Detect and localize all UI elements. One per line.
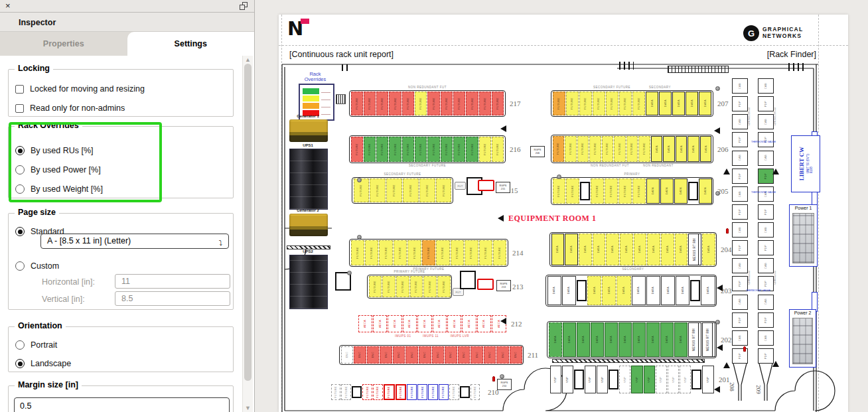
rack-cell: CAB [758,151,774,166]
rack-row: FUTUREFUTUREFUTUREFUTUREFUTUREFUTUREFUTU… [349,135,506,163]
rack-cell: FUTURE [354,178,370,202]
rack-cell: FUTURE [389,137,401,162]
rack-cell: CAB [758,186,774,202]
rack-row-number: 211 [528,351,538,359]
room-label: EQUIPMENT ROOM 1 [508,214,596,224]
rack-cell: DATA [579,234,592,265]
custom-radio[interactable] [15,261,25,271]
restore-window-icon[interactable] [240,2,248,10]
margin-input[interactable] [14,397,230,412]
radio-label: By used Power [%] [31,165,101,174]
rack-cell: VSP [562,366,573,393]
rack-cell: AECA [388,315,401,332]
rack-cell: FUTURE [364,137,376,162]
radio-row[interactable]: By used RUs [%] [15,144,93,157]
rack-cell: ENC [470,346,483,364]
custom-radio-row[interactable]: Custom [15,259,59,273]
paper-size-select[interactable]: A - [8.5 x 11 in] (Letter) ⤵ [40,234,229,249]
rack-row-caption: PRIMARY FUTURE [367,270,452,274]
preview-canvas[interactable]: N G GRAPHICAL NETWORKS [Continuous rack … [255,0,868,412]
radio[interactable] [15,165,25,174]
rack-row: FUTUREFUTUREFUTUREFUTUREFUTUREFUTUREDATA… [551,177,713,205]
rack-cell: FUTURE [351,92,363,115]
scroll-up-icon[interactable]: ▲ [245,56,251,63]
tab-settings[interactable]: Settings [127,32,255,56]
rack-cell: DATA [620,234,633,265]
scrollbar-thumb[interactable] [244,64,252,381]
rack-cell: ENC [510,346,522,364]
generator-image [289,119,328,142]
rack-cell: DATA [618,322,632,357]
close-icon[interactable]: × [5,1,11,11]
legend-entry-label [321,90,330,93]
direction-arrow-icon [500,125,506,132]
rack-cell: FUTURE [396,384,407,400]
checkbox-row[interactable]: Locked for moving and resizing [15,82,145,96]
checkbox-label: Locked for moving and resizing [30,84,145,94]
ups-rack-image [289,149,328,210]
rack-cell: DATA [606,234,619,265]
rack-row-caption: SECONDARY FUTURE SECONDARY [551,86,713,90]
rack-cell: DATA [591,322,604,357]
radio-row[interactable]: Portrait [15,338,57,352]
legend-entry [303,88,330,94]
thermostat-gauge-label: THERMOSTAT GAUGE [746,289,770,292]
margin-guide-top [279,45,848,46]
rack-cell: FUTURE [437,276,451,297]
rack-cell: FUTURE [553,178,566,204]
legend-entry-label [321,98,330,100]
checkbox[interactable] [15,104,24,113]
checkbox-row[interactable]: Read only for non-admins [15,102,125,115]
rack-row-number: 216 [510,145,521,153]
scroll-down-icon[interactable]: ▼ [245,405,251,411]
radio[interactable] [15,146,25,155]
rack-cell: FUTURE [396,276,409,297]
rack-cell: PDP [758,312,774,328]
radio[interactable] [15,359,25,368]
panel-scrollbar[interactable]: ▲ ▼ [242,56,253,412]
panel-titlebar: × [0,0,254,13]
rack-cell: VSP [644,366,655,393]
rack-cell: ENC [393,346,405,364]
horizontal-input[interactable] [115,274,230,289]
rack-cell: CAB [732,186,748,202]
rack-cell: DATA [605,322,618,357]
rack-cell: CAB [758,222,774,238]
rack-row: VSPVSPVSPVSPVSPVSPVSPVSPVSPVSPVSP [549,365,715,394]
radio-label: By used Weight [%] [31,184,103,194]
rack-row-caption: NON REDUNDANT FUT [349,86,506,90]
rack-cell: VSP [619,366,630,393]
checkbox[interactable] [15,85,24,94]
rack-cell: AECA [403,315,417,332]
rack-cell [577,280,587,301]
fut-box: FUT [455,182,466,190]
rack-cell: FUTURE [364,92,376,115]
rack-row: DATADATADATADATADATADATADATADATADATADATA… [549,232,717,267]
rack-cell [460,386,470,397]
radio-row[interactable]: Landscape [15,357,71,370]
rack-cell: FUTURE [341,384,351,400]
rack-cell: CAB [758,295,774,310]
company-logo: N [287,17,314,42]
rack-cell: PDP [758,132,774,147]
radio[interactable] [15,184,25,194]
rack-cell: DATA [674,322,687,357]
rack-cell: AECA [433,315,447,332]
radio-row[interactable]: By used Weight [%] [15,182,103,196]
rack-cell: AECA [462,315,476,332]
rack-cell: DATA [577,322,590,357]
rack-cell: DATA [565,234,578,265]
rack-cell: FUTURE [465,240,478,265]
radio-row[interactable]: By used Power [%] [15,163,101,176]
rack-cell: FUTURE [376,92,388,115]
vertical-input[interactable] [115,291,230,306]
rack-cell [609,370,618,389]
standard-radio[interactable] [15,227,25,236]
rack-row-caption: SECONDARY [549,267,717,271]
radio[interactable] [15,340,25,350]
power-panel: Power 2 [789,309,816,368]
tab-properties[interactable]: Properties [0,32,127,56]
custom-label: Custom [31,261,59,271]
rack-row: FUTUREFUTUREFUTUREFUTUREFUTUREFUTURE [352,177,453,204]
graphical-networks-logo: G GRAPHICAL NETWORKS [743,24,818,42]
